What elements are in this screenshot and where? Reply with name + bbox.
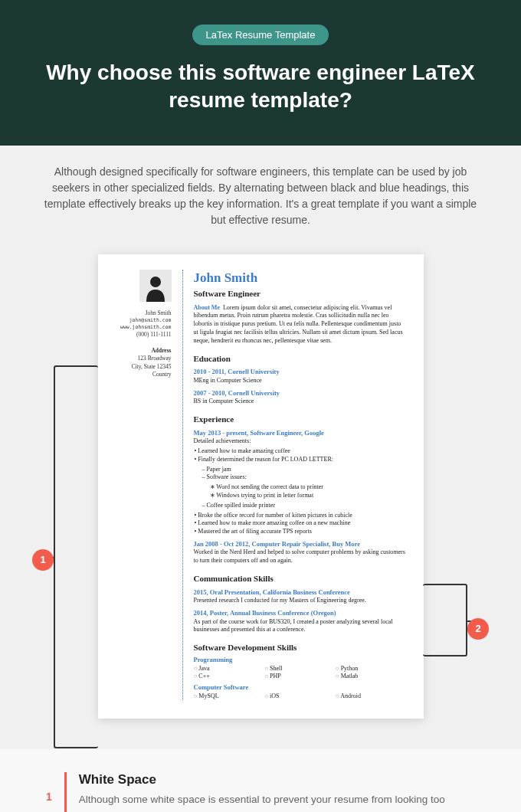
skill: Android [336,692,407,701]
sw-hdr: Computer Software [194,683,407,692]
bullet: Broke the office record for number of ki… [202,512,407,520]
exp2-body: Worked in the Nerd Herd and helped to so… [194,548,407,565]
edu2-title: 2007 - 2010, Cornell University [194,389,407,398]
note-num: 1 [46,772,52,812]
category-pill: LaTex Resume Template [192,25,329,45]
svg-point-0 [150,277,161,287]
bullet: Coffee spilled inside printer [209,502,407,510]
resume-stage: 1 2 John Smith john@smith.com www.johnsm… [0,247,521,750]
exp1-sub: Detailed achievements: [194,437,407,446]
bullet: Learned how to make amazing coffee [202,447,407,456]
side-addr3: Country [112,371,172,379]
resume-name: John Smith [194,270,407,287]
resume-main: John Smith Software Engineer About Me Lo… [182,270,407,701]
dev-hdr: Software Development Skills [194,642,407,653]
edu1-body: MEng in Computer Science [194,377,407,385]
about-hdr: About Me [194,304,220,311]
skill: iOS [264,692,336,701]
prog-hdr: Programming [194,656,407,664]
callout-bracket-1 [54,365,98,748]
comm-hdr: Communication Skills [194,573,407,584]
bullet: Mastered the art of filing accurate TPS … [202,528,407,536]
resume-role: Software Engineer [194,288,407,300]
side-name: John Smith [112,309,172,318]
skill: Python [336,665,407,673]
skill: PHP [264,673,336,681]
side-phone: (000) 111-1111 [112,331,172,339]
skill: Java [194,665,265,673]
side-addr2: City, State 12345 [112,363,172,372]
callout-marker-1: 1 [32,549,54,571]
header: LaTex Resume Template Why choose this so… [0,0,521,146]
bullet: Learned how to make more amazing coffee … [202,519,407,528]
note-1: 1 White Space Although some white space … [46,772,475,812]
comm2-title: 2014, Poster, Annual Business Conference… [194,609,407,617]
skill: Shell [264,665,336,673]
side-addr1: 123 Broadway [112,355,172,363]
about-text: Lorem ipsum dolor sit amet, consectetur … [194,304,403,344]
side-address-hdr: Address [112,347,172,355]
comm2-body: As part of the course work for BUS320, I… [194,618,407,635]
edu1-title: 2010 - 2011, Cornell University [194,368,407,376]
skill: Matlab [336,673,407,681]
bullet: Finally determined the reason for PC LOA… [202,456,407,510]
comm1-title: 2015, Oral Presentation, California Busi… [194,588,407,597]
skill: C++ [194,673,265,681]
education-hdr: Education [194,353,407,365]
experience-hdr: Experience [194,414,407,425]
edu2-body: BS in Computer Science [194,398,407,406]
avatar-icon [139,270,172,302]
note-title: White Space [79,772,475,787]
resume-sidebar: John Smith john@smith.com www.johnsmith.… [112,270,172,701]
side-email: john@smith.com [112,317,172,324]
note-text: Although some white space is essential t… [79,792,475,812]
exp1-title: May 2013 - present, Software Engineer, G… [194,429,407,437]
comm1-body: Presented research I conducted for my Ma… [194,597,407,605]
resume-sheet: John Smith john@smith.com www.johnsmith.… [98,254,424,719]
bullet: Paper jam [209,466,407,474]
exp2-title: Jan 2008 - Oct 2012, Computer Repair Spe… [194,540,407,548]
side-web: www.johnsmith.com [112,324,172,331]
skill: MySQL [194,692,265,701]
page-title: Why choose this software engineer LaTeX … [31,59,490,115]
callout-marker-2: 2 [467,618,489,640]
intro-text: Although designed specifically for softw… [0,146,521,247]
notes-section: 1 White Space Although some white space … [0,749,521,812]
callout-bracket-2 [423,584,467,656]
bullet: Windows trying to print in letter format [217,492,407,500]
bullet: Word not sending the correct data to pri… [217,483,407,492]
bullet: Software issues: Word not sending the co… [209,473,407,499]
